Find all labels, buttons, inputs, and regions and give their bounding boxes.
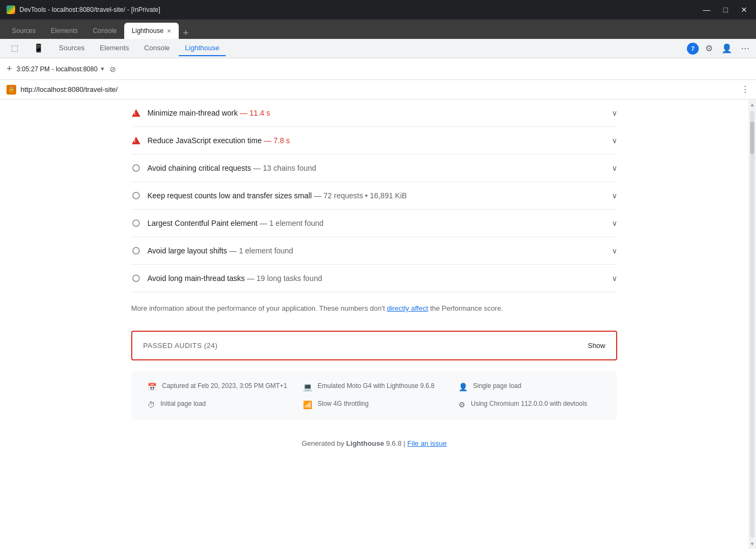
footer-item-emulated: 💻 Emulated Moto G4 with Lighthouse 9.6.8 bbox=[303, 382, 446, 391]
browser-icon bbox=[6, 5, 15, 14]
url-bar: 🔒 http://localhost:8080/travel-site/ ⋮ bbox=[0, 80, 756, 99]
inspect-icon: ⬚ bbox=[11, 43, 18, 52]
footer-info: 📅 Captured at Feb 20, 2023, 3:05 PM GMT+… bbox=[131, 371, 617, 420]
tab-elements-label: Elements bbox=[51, 27, 78, 35]
devtools-tab-lighthouse-nav[interactable]: Lighthouse bbox=[179, 41, 226, 56]
security-shield-icon: 🔒 bbox=[6, 85, 16, 95]
minimize-button[interactable]: — bbox=[701, 3, 713, 16]
main-content: Minimize main-thread work — 11.4 s ∨ Red… bbox=[0, 99, 756, 549]
notification-badge: 7 bbox=[687, 43, 699, 55]
audit-item-long-tasks-note: — 19 long tasks found bbox=[247, 274, 322, 283]
devtools-tab-sources-nav[interactable]: Sources bbox=[52, 41, 91, 56]
chevron-down-icon-3: ∨ bbox=[612, 164, 617, 172]
calendar-icon: 📅 bbox=[147, 383, 157, 391]
content-area: Minimize main-thread work — 11.4 s ∨ Red… bbox=[34, 99, 714, 549]
warning-triangle-icon bbox=[131, 108, 141, 118]
passed-audits-label: PASSED AUDITS (24) bbox=[143, 342, 218, 350]
devtools-tab-elements-nav[interactable]: Elements bbox=[93, 41, 136, 56]
devtools-sources-label: Sources bbox=[59, 44, 85, 52]
tab-sources[interactable]: Sources bbox=[4, 23, 43, 39]
audit-list: Minimize main-thread work — 11.4 s ∨ Red… bbox=[34, 99, 714, 292]
scroll-up-arrow[interactable]: ▲ bbox=[747, 99, 756, 110]
window-title: DevTools - localhost:8080/travel-site/ -… bbox=[19, 6, 160, 14]
dropdown-icon[interactable]: ▼ bbox=[100, 66, 105, 72]
scroll-down-arrow[interactable]: ▼ bbox=[747, 539, 756, 549]
audit-item-layout-text: Avoid large layout shifts — 1 element fo… bbox=[147, 246, 605, 255]
audit-item-js-metric: — 7.8 s bbox=[264, 136, 290, 145]
audit-item-requests[interactable]: Keep request counts low and transfer siz… bbox=[131, 182, 617, 210]
passed-audits-section[interactable]: PASSED AUDITS (24) Show bbox=[131, 331, 617, 360]
info-circle-icon-5 bbox=[131, 273, 141, 283]
profile-icon[interactable]: 👤 bbox=[719, 41, 734, 56]
more-icon[interactable]: ⋯ bbox=[739, 41, 752, 56]
tab-elements[interactable]: Elements bbox=[43, 23, 85, 39]
clock-icon: ⏱ bbox=[147, 400, 155, 409]
footer-initial-text: Initial page load bbox=[160, 400, 206, 407]
scrollbar-thumb[interactable] bbox=[750, 122, 754, 154]
chevron-down-icon-5: ∨ bbox=[612, 219, 617, 227]
info-circle-icon bbox=[131, 163, 141, 173]
chevron-down-icon: ∨ bbox=[612, 109, 617, 117]
generated-separator: | bbox=[403, 439, 405, 447]
footer-emulated-text: Emulated Moto G4 with Lighthouse 9.6.8 bbox=[318, 382, 435, 390]
audit-item-long-tasks[interactable]: Avoid long main-thread tasks — 19 long t… bbox=[131, 265, 617, 292]
scrollbar[interactable]: ▲ ▼ bbox=[748, 99, 756, 549]
new-tab-button[interactable]: + bbox=[179, 28, 193, 39]
add-tab-button[interactable]: + bbox=[6, 63, 12, 75]
settings-icon[interactable]: ⚙ bbox=[703, 41, 715, 56]
tab-lighthouse[interactable]: Lighthouse ✕ bbox=[124, 23, 179, 39]
audit-item-layout-shifts[interactable]: Avoid large layout shifts — 1 element fo… bbox=[131, 237, 617, 265]
footer-page-load-text: Single page load bbox=[473, 382, 521, 390]
warning-triangle-icon-2 bbox=[131, 136, 141, 145]
audit-item-layout-note: — 1 element found bbox=[230, 246, 293, 255]
audit-item-chaining-text: Avoid chaining critical requests — 13 ch… bbox=[147, 164, 605, 172]
devtools-console-label: Console bbox=[144, 44, 170, 52]
domain-text: - localhost:8080 bbox=[52, 65, 98, 73]
file-issue-link[interactable]: File an issue bbox=[407, 439, 447, 447]
audit-item-requests-text: Keep request counts low and transfer siz… bbox=[147, 191, 605, 200]
passed-audits-show-button[interactable]: Show bbox=[588, 342, 605, 350]
chevron-down-icon-2: ∨ bbox=[612, 136, 617, 145]
info-circle-icon-2 bbox=[131, 191, 141, 200]
audit-item-chaining[interactable]: Avoid chaining critical requests — 13 ch… bbox=[131, 155, 617, 182]
devtools-tab-inspect[interactable]: ⬚ bbox=[4, 40, 25, 57]
stop-icon[interactable]: ⊘ bbox=[110, 65, 116, 73]
audit-item-main-thread-text: Minimize main-thread work — 11.4 s bbox=[147, 109, 605, 117]
lighthouse-brand: Lighthouse bbox=[346, 439, 384, 447]
devtools-tab-console-nav[interactable]: Console bbox=[138, 41, 177, 56]
audit-item-requests-note: — 72 requests • 16,891 KiB bbox=[314, 191, 407, 200]
audit-item-lcp-text: Largest Contentful Paint element — 1 ele… bbox=[147, 219, 605, 227]
triangle-shape-2 bbox=[132, 137, 140, 144]
wifi-icon: 📶 bbox=[303, 400, 312, 409]
info-circle-icon-4 bbox=[131, 246, 141, 256]
tab-bar: Sources Elements Console Lighthouse ✕ + bbox=[0, 19, 756, 39]
footer-item-chromium: ⚙ Using Chromium 112.0.0.0 with devtools bbox=[458, 400, 601, 409]
info-text: More information about the performance o… bbox=[34, 292, 714, 325]
audit-item-main-thread[interactable]: Minimize main-thread work — 11.4 s ∨ bbox=[131, 99, 617, 127]
audit-item-js-execution[interactable]: Reduce JavaScript execution time — 7.8 s… bbox=[131, 127, 617, 155]
audit-item-lcp[interactable]: Largest Contentful Paint element — 1 ele… bbox=[131, 210, 617, 237]
footer-throttling-text: Slow 4G throttling bbox=[318, 400, 369, 407]
time-display: 3:05:27 PM - localhost:8080 ▼ bbox=[17, 65, 105, 73]
devtools-toolbar: ⬚ 📱 Sources Elements Console Lighthouse … bbox=[0, 39, 756, 58]
devtools-tab-device[interactable]: 📱 bbox=[27, 40, 50, 57]
generated-prefix: Generated by bbox=[302, 439, 345, 447]
info-circle-icon-3 bbox=[131, 218, 141, 228]
close-button[interactable]: ✕ bbox=[739, 3, 750, 16]
chevron-down-icon-6: ∨ bbox=[612, 246, 617, 255]
chevron-down-icon-7: ∨ bbox=[612, 274, 617, 283]
tab-close-icon[interactable]: ✕ bbox=[167, 28, 171, 34]
footer-item-initial: ⏱ Initial page load bbox=[147, 400, 290, 409]
audit-item-lcp-note: — 1 element found bbox=[260, 219, 323, 227]
tab-console[interactable]: Console bbox=[85, 23, 124, 39]
footer-item-capture: 📅 Captured at Feb 20, 2023, 3:05 PM GMT+… bbox=[147, 382, 290, 391]
maximize-button[interactable]: □ bbox=[721, 3, 730, 16]
footer-chromium-text: Using Chromium 112.0.0.0 with devtools bbox=[471, 400, 587, 407]
scrollbar-track[interactable] bbox=[750, 111, 754, 538]
url-text[interactable]: http://localhost:8080/travel-site/ bbox=[21, 85, 737, 93]
triangle-shape bbox=[132, 109, 140, 117]
footer-item-page-load: 👤 Single page load bbox=[458, 382, 601, 391]
url-more-icon[interactable]: ⋮ bbox=[741, 84, 750, 95]
directly-affect-link[interactable]: directly affect bbox=[387, 304, 428, 312]
footer-grid: 📅 Captured at Feb 20, 2023, 3:05 PM GMT+… bbox=[147, 382, 601, 409]
